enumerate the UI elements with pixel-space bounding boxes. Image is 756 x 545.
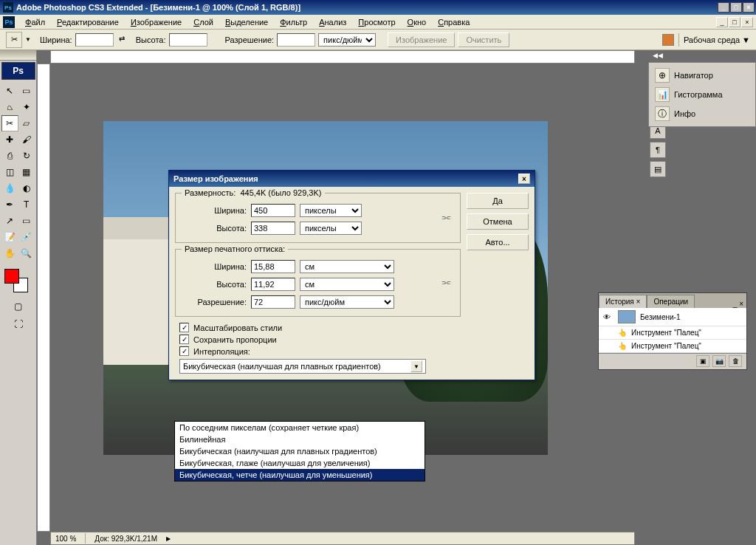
shape-tool[interactable]: ▭	[18, 213, 35, 229]
marquee-tool[interactable]: ▭	[18, 83, 35, 99]
opt-image-button[interactable]: Изображение	[388, 32, 455, 47]
menu-analysis[interactable]: Анализ	[313, 16, 352, 29]
resolution-input[interactable]	[251, 295, 295, 309]
stamp-tool[interactable]: ⎙	[1, 148, 18, 164]
menu-layer[interactable]: Слой	[188, 16, 219, 29]
px-height-input[interactable]	[251, 222, 295, 235]
dialog-titlebar[interactable]: Размер изображения ×	[169, 171, 535, 187]
color-swatches[interactable]	[0, 266, 36, 295]
blur-tool[interactable]: 💧	[1, 180, 18, 196]
lasso-tool[interactable]: ⏢	[1, 99, 18, 115]
dialog-close-button[interactable]: ×	[518, 174, 530, 184]
interpolation-select[interactable]: Бикубическая (наилучшая для плавных град…	[179, 359, 426, 374]
history-tab[interactable]: История ×	[599, 295, 647, 308]
panel-icon-layers[interactable]: ▤	[650, 161, 666, 177]
opt-unit-select[interactable]: пикс/дюйм	[318, 33, 376, 47]
app-icon: Ps	[3, 2, 13, 13]
menu-view[interactable]: Просмотр	[352, 16, 401, 29]
heal-tool[interactable]: ✚	[1, 131, 18, 148]
gradient-tool[interactable]: ▦	[18, 164, 35, 180]
constrain-checkbox[interactable]: ✓	[179, 335, 189, 344]
pen-tool[interactable]: ✒	[1, 196, 18, 213]
doc-restore-button[interactable]: □	[729, 17, 740, 27]
opt-width-input[interactable]	[75, 33, 114, 47]
print-width-unit[interactable]: см	[300, 260, 394, 273]
ok-button[interactable]: Да	[467, 193, 529, 209]
menu-edit[interactable]: Редактирование	[51, 16, 125, 29]
history-snapshot-new[interactable]: 📷	[712, 355, 726, 367]
panel-navigator[interactable]: ⊕ Навигатор	[652, 66, 752, 85]
print-width-input[interactable]	[251, 260, 295, 273]
zoom-tool[interactable]: 🔍	[18, 245, 35, 261]
actions-tab[interactable]: Операции	[647, 295, 695, 308]
history-brush-tool[interactable]: ↻	[18, 148, 35, 164]
px-width-unit[interactable]: пикселы	[300, 204, 362, 217]
history-snapshot[interactable]: 👁 Безимени-1	[599, 308, 746, 326]
swap-icon[interactable]: ⇄	[117, 35, 127, 45]
wand-tool[interactable]: ✦	[18, 99, 35, 115]
eyedropper-tool[interactable]: 💉	[18, 229, 35, 245]
notes-tool[interactable]: 📝	[1, 229, 18, 245]
move-tool[interactable]: ↖	[1, 83, 18, 99]
history-collapse[interactable]: _ ×	[730, 300, 746, 308]
status-zoom[interactable]: 100 %	[55, 535, 76, 543]
quickmask-off[interactable]: ▢	[10, 298, 27, 315]
resolution-label: Разрешение:	[183, 298, 247, 306]
history-panel: История × Операции _ × 👁 Безимени-1 👆 Ин…	[598, 292, 747, 370]
toolbox-grip[interactable]	[0, 50, 36, 61]
crop-tool-icon[interactable]: ✂	[6, 32, 22, 48]
dropdown-option[interactable]: Билинейная	[175, 433, 425, 445]
close-button[interactable]: ×	[743, 2, 755, 13]
scale-styles-checkbox[interactable]: ✓	[179, 323, 189, 332]
resample-checkbox[interactable]: ✓	[179, 346, 189, 356]
opt-clear-button[interactable]: Очистить	[458, 32, 509, 47]
menu-filter[interactable]: Фильтр	[274, 16, 313, 29]
dropdown-option[interactable]: Бикубическая, глаже (наилучшая для увели…	[175, 457, 425, 469]
hand-tool[interactable]: ✋	[1, 245, 18, 261]
opt-res-input[interactable]	[277, 33, 315, 47]
print-height-input[interactable]	[251, 278, 295, 291]
menu-help[interactable]: Справка	[432, 16, 475, 29]
slice-tool[interactable]: ▱	[18, 115, 35, 131]
dodge-tool[interactable]: ◐	[18, 180, 35, 196]
workspace-dropdown[interactable]: Рабочая среда ▼	[684, 35, 750, 44]
minimize-button[interactable]: _	[718, 2, 729, 13]
resolution-unit[interactable]: пикс/дюйм	[300, 295, 394, 309]
panel-icon-para[interactable]: ¶	[650, 142, 666, 158]
screenmode[interactable]: ⛶	[10, 316, 27, 332]
history-item[interactable]: 👆 Инструмент "Палец"	[599, 340, 746, 353]
dropdown-option[interactable]: По соседним пикселам (сохраняет четкие к…	[175, 422, 425, 433]
title-text: Adobe Photoshop CS3 Extended - [Безимени…	[16, 3, 718, 12]
crop-tool[interactable]: ✂	[1, 115, 18, 131]
history-delete[interactable]: 🗑	[729, 355, 742, 367]
px-width-input[interactable]	[251, 204, 295, 217]
doc-close-button[interactable]: ×	[741, 17, 753, 27]
history-item[interactable]: 👆 Инструмент "Палец"	[599, 326, 746, 340]
print-height-unit[interactable]: см	[300, 278, 394, 291]
menu-file[interactable]: Файл	[19, 16, 51, 29]
ps-menu-icon[interactable]: Ps	[3, 16, 15, 28]
dropdown-option[interactable]: Бикубическая (наилучшая для плавных град…	[175, 445, 425, 457]
menu-window[interactable]: Окно	[402, 16, 433, 29]
type-tool[interactable]: T	[18, 196, 35, 213]
bridge-icon[interactable]	[662, 34, 674, 46]
brush-tool[interactable]: 🖌	[18, 131, 35, 148]
fg-color-swatch[interactable]	[4, 269, 19, 284]
interpolation-dropdown[interactable]: По соседним пикселам (сохраняет четкие к…	[174, 421, 425, 481]
doc-minimize-button[interactable]: _	[716, 17, 728, 27]
cancel-button[interactable]: Отмена	[467, 213, 529, 230]
ps-logo: Ps	[1, 62, 35, 80]
auto-button[interactable]: Авто...	[467, 234, 529, 250]
opt-height-input[interactable]	[169, 33, 207, 47]
panel-info[interactable]: ⓘ Инфо	[652, 104, 752, 123]
menu-select[interactable]: Выделение	[219, 16, 274, 29]
restore-button[interactable]: □	[730, 2, 742, 13]
panel-histogram[interactable]: 📊 Гистограмма	[652, 85, 752, 104]
toolbox: Ps ↖▭ ⏢✦ ✂▱ ✚🖌 ⎙↻ ◫▦ 💧◐ ✒T ↗▭ 📝💉 ✋🔍 ▢ ⛶	[0, 50, 37, 545]
history-newdoc[interactable]: ▣	[696, 355, 709, 367]
path-tool[interactable]: ↗	[1, 213, 18, 229]
px-height-unit[interactable]: пикселы	[300, 222, 362, 235]
menu-image[interactable]: Изображение	[125, 16, 188, 29]
dropdown-option[interactable]: Бикубическая, четче (наилучшая для умень…	[175, 469, 425, 481]
eraser-tool[interactable]: ◫	[1, 164, 18, 180]
